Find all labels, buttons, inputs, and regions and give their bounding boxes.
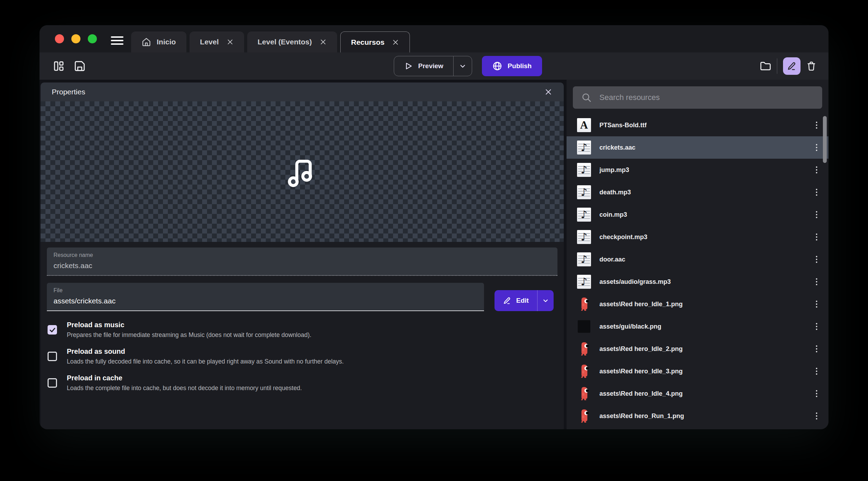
minimize-window-button[interactable]	[71, 34, 80, 43]
option-label: Preload as music	[67, 321, 311, 329]
preview-label: Preview	[418, 62, 443, 70]
sprite-thumbnail-icon	[578, 386, 590, 401]
edit-file-button[interactable]: Edit	[495, 290, 537, 311]
resource-name: assets/audio/grass.mp3	[599, 278, 671, 286]
search-bar	[573, 86, 822, 109]
content-area: Properties Resource name crickets.aac	[40, 80, 828, 429]
resource-name: coin.mp3	[599, 211, 627, 218]
pencil-icon	[787, 61, 797, 71]
resource-name: assets\Red hero_Idle_2.png	[599, 345, 683, 353]
resource-row[interactable]: assets\Red hero_Run_1.png	[567, 405, 828, 427]
option-label: Preload in cache	[67, 374, 302, 382]
file-field[interactable]: File assets/crickets.aac	[47, 283, 484, 311]
resource-row[interactable]: ♪checkpoint.mp3	[567, 226, 828, 248]
audio-file-icon: ♪	[577, 252, 591, 266]
checkbox-unchecked[interactable]	[48, 352, 57, 361]
preview-button[interactable]: Preview	[394, 56, 453, 76]
open-folder-button[interactable]	[760, 60, 771, 72]
resource-row[interactable]: ♪coin.mp3	[567, 203, 828, 226]
tab-label: Recursos	[351, 38, 385, 46]
traffic-lights	[55, 34, 97, 43]
resources-panel: APTSans-Bold.ttf♪crickets.aac♪jump.mp3♪d…	[567, 80, 828, 429]
resource-row[interactable]: assets/gui/black.png	[567, 315, 828, 338]
resource-name-value: crickets.aac	[54, 261, 551, 270]
resource-row[interactable]: assets\Red hero_Idle_2.png	[567, 338, 828, 360]
preload-options: Preload as musicPrepares the file for im…	[48, 321, 557, 392]
preview-options-button[interactable]	[453, 56, 472, 76]
audio-file-icon: ♪	[577, 185, 591, 199]
font-file-icon: A	[577, 118, 591, 132]
layout-icon	[53, 60, 65, 72]
sprite-thumbnail-icon	[578, 364, 590, 379]
tab-close-icon[interactable]	[318, 38, 327, 45]
tab-close-icon[interactable]	[390, 39, 399, 46]
close-window-button[interactable]	[55, 34, 64, 43]
kebab-menu-icon[interactable]	[814, 231, 819, 243]
kebab-menu-icon[interactable]	[814, 254, 819, 265]
resource-row[interactable]: assets\Red hero_Idle_3.png	[567, 360, 828, 382]
chevron-down-icon	[459, 62, 467, 70]
resource-name-field[interactable]: Resource name crickets.aac	[47, 247, 557, 276]
delete-button[interactable]	[806, 61, 817, 71]
folder-icon	[760, 60, 771, 72]
kebab-menu-icon[interactable]	[814, 164, 819, 175]
edit-options-button[interactable]	[537, 290, 554, 311]
file-label: File	[54, 287, 477, 294]
publish-button[interactable]: Publish	[482, 56, 542, 76]
music-note-icon	[285, 156, 319, 188]
kebab-menu-icon[interactable]	[814, 299, 819, 310]
kebab-menu-icon[interactable]	[814, 388, 819, 399]
resource-row[interactable]: ♪door.aac	[567, 248, 828, 271]
tab-close-icon[interactable]	[225, 38, 234, 45]
resource-row[interactable]: assets\Red hero_Idle_4.png	[567, 382, 828, 405]
resource-row[interactable]: APTSans-Bold.ttf	[567, 114, 828, 136]
resource-name: death.mp3	[599, 189, 631, 196]
app-window: InicioLevelLevel (Eventos)Recursos Previ…	[40, 25, 828, 429]
tab-recursos[interactable]: Recursos	[340, 31, 410, 52]
checkbox-unchecked[interactable]	[48, 378, 57, 388]
option-description: Loads the complete file into cache, but …	[67, 385, 302, 392]
tab-label: Level (Eventos)	[258, 38, 312, 46]
tab-level[interactable]: Level	[190, 31, 244, 52]
kebab-menu-icon[interactable]	[814, 142, 819, 153]
checkbox-checked[interactable]	[48, 325, 57, 335]
resource-name: assets\Red hero_Idle_1.png	[599, 301, 683, 308]
kebab-menu-icon[interactable]	[814, 343, 819, 354]
kebab-menu-icon[interactable]	[814, 209, 819, 220]
tab-level-eventos-[interactable]: Level (Eventos)	[247, 31, 337, 52]
sprite-thumbnail-icon	[578, 409, 590, 423]
play-icon	[404, 62, 413, 71]
edit-mode-toggle[interactable]	[783, 57, 801, 75]
save-button[interactable]	[74, 60, 86, 72]
preview-split-button: Preview	[394, 56, 472, 76]
trash-icon	[806, 61, 817, 71]
kebab-menu-icon[interactable]	[814, 321, 819, 332]
resource-row[interactable]: ♪crickets.aac	[567, 136, 828, 159]
toggle-panels-button[interactable]	[53, 60, 65, 72]
kebab-menu-icon[interactable]	[814, 410, 819, 422]
black-image-icon	[578, 320, 590, 333]
scrollbar-thumb[interactable]	[823, 116, 827, 163]
search-input[interactable]	[599, 93, 814, 102]
audio-file-icon: ♪	[577, 230, 591, 244]
save-icon	[74, 60, 86, 72]
resource-list: APTSans-Bold.ttf♪crickets.aac♪jump.mp3♪d…	[567, 114, 828, 427]
maximize-window-button[interactable]	[88, 34, 97, 43]
kebab-menu-icon[interactable]	[814, 366, 819, 377]
resource-name: PTSans-Bold.ttf	[599, 122, 647, 129]
tab-label: Level	[200, 38, 219, 46]
kebab-menu-icon[interactable]	[814, 120, 819, 131]
resource-row[interactable]: assets\Red hero_Idle_1.png	[567, 293, 828, 315]
main-menu-button[interactable]	[111, 36, 123, 45]
search-icon	[581, 92, 592, 103]
edit-label: Edit	[516, 297, 529, 304]
edit-split-button: Edit	[495, 290, 554, 311]
resource-row[interactable]: ♪jump.mp3	[567, 159, 828, 181]
resource-row[interactable]: ♪assets/audio/grass.mp3	[567, 271, 828, 293]
resource-row[interactable]: ♪death.mp3	[567, 181, 828, 203]
tab-inicio[interactable]: Inicio	[131, 31, 186, 52]
close-properties-button[interactable]	[544, 88, 553, 96]
audio-file-icon: ♪	[577, 141, 591, 155]
kebab-menu-icon[interactable]	[814, 276, 819, 287]
kebab-menu-icon[interactable]	[814, 187, 819, 198]
